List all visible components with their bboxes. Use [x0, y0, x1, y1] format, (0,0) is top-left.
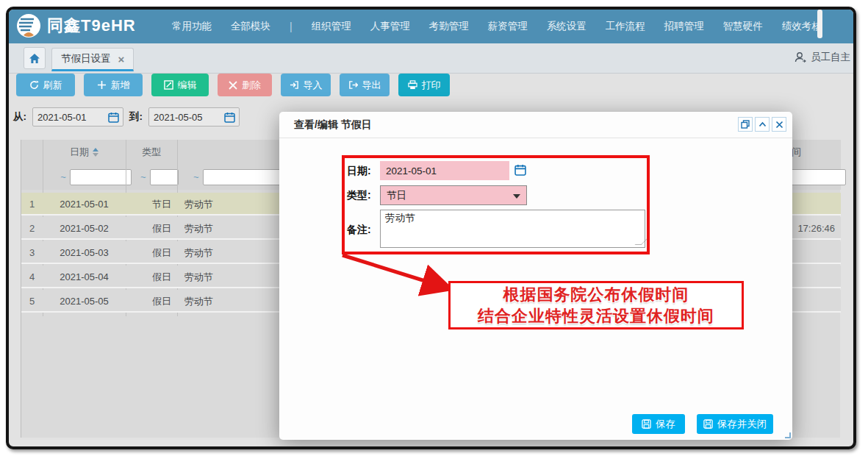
tilde-label: ~ [60, 171, 66, 182]
app-window: 同鑫T9eHR 常用功能 全部模块 | 组织管理 人事管理 考勤管理 薪资管理 … [6, 7, 856, 449]
nav-item-recruit[interactable]: 招聘管理 [664, 20, 704, 33]
cell-date: 2021-05-03 [43, 241, 126, 264]
export-icon [348, 80, 358, 90]
row-number: 1 [21, 193, 43, 215]
from-date-value: 2021-05-01 [37, 112, 87, 123]
edit-icon [164, 80, 173, 90]
column-header-type[interactable]: 类型 [126, 140, 177, 164]
nav-item-org[interactable]: 组织管理 [312, 20, 351, 33]
refresh-label: 刷新 [43, 79, 62, 92]
main-menu: 常用功能 全部模块 | 组织管理 人事管理 考勤管理 薪资管理 系统设置 工作流… [172, 10, 822, 43]
save-icon [703, 419, 713, 429]
export-button[interactable]: 导出 [340, 74, 390, 96]
nav-scrollbar-thumb[interactable] [817, 10, 822, 38]
dialog-controls [738, 117, 786, 132]
column-header-date[interactable]: 日期 [43, 140, 126, 164]
refresh-button[interactable]: 刷新 [16, 74, 75, 96]
dialog-type-select[interactable]: 节日 [380, 185, 527, 205]
dialog-title: 查看/编辑 节假日 [279, 112, 792, 138]
tilde-label: ~ [193, 171, 199, 182]
type-filter-input[interactable] [150, 169, 179, 185]
column-header-type-label: 类型 [142, 146, 161, 159]
filter-cell-type: ~ [140, 164, 189, 190]
import-label: 导入 [304, 79, 323, 92]
annotation-line-2: 结合企业特性灵活设置休假时间 [478, 305, 714, 327]
save-button[interactable]: 保存 [632, 414, 685, 434]
nav-separator: | [290, 21, 293, 32]
nav-item-performance[interactable]: 绩效考核 [782, 20, 822, 33]
brand-logo-icon [16, 13, 41, 38]
add-label: 新增 [111, 79, 130, 92]
toolbar: 刷新 新增 编辑 删除 导入 [16, 74, 450, 96]
user-switch[interactable]: 员工自主 [795, 51, 850, 64]
date-filter-bar: 从: 2021-05-01 到: 2021-05-05 [13, 107, 240, 127]
refresh-icon [29, 80, 39, 90]
nav-item-system[interactable]: 系统设置 [547, 20, 587, 33]
from-date-input[interactable]: 2021-05-01 [32, 107, 123, 127]
import-icon [290, 80, 299, 90]
cell-type: 假日 [126, 217, 177, 240]
chevron-down-icon [513, 194, 520, 199]
cell-date: 2021-05-05 [43, 290, 126, 313]
date-field-label: 日期: [347, 165, 371, 178]
column-header-date-label: 日期 [70, 146, 89, 159]
user-label: 员工自主 [811, 51, 850, 64]
calendar-icon[interactable] [224, 112, 235, 123]
row-number: 4 [21, 266, 43, 288]
date-filter-input[interactable] [70, 169, 132, 185]
dialog-date-input[interactable]: 2021-05-01 [380, 161, 509, 180]
nav-item-common[interactable]: 常用功能 [172, 20, 212, 33]
nav-item-payroll[interactable]: 薪资管理 [488, 20, 528, 33]
to-date-input[interactable]: 2021-05-05 [148, 107, 240, 127]
dialog-resize-handle[interactable] [785, 432, 791, 438]
nav-item-hr[interactable]: 人事管理 [370, 20, 410, 33]
sort-icon[interactable] [93, 148, 98, 157]
note-field-label: 备注: [347, 224, 371, 237]
tab-holiday-settings[interactable]: 节假日设置 × [51, 48, 134, 71]
close-icon[interactable] [772, 117, 786, 132]
home-button[interactable] [24, 47, 46, 69]
brand-name: 同鑫T9eHR [47, 15, 136, 37]
save-label: 保存 [656, 418, 675, 431]
cell-type: 假日 [126, 266, 177, 288]
top-navbar: 同鑫T9eHR 常用功能 全部模块 | 组织管理 人事管理 考勤管理 薪资管理 … [9, 10, 853, 43]
dialog-note-textarea[interactable]: 劳动节 [380, 210, 645, 248]
tab-close-icon[interactable]: × [118, 53, 125, 65]
save-and-close-label: 保存并关闭 [717, 418, 767, 431]
calendar-icon[interactable] [108, 112, 119, 123]
print-icon [408, 80, 417, 90]
row-number: 3 [21, 241, 43, 264]
nav-item-attendance[interactable]: 考勤管理 [429, 20, 469, 33]
edit-button[interactable]: 编辑 [151, 74, 209, 96]
user-icon [795, 51, 807, 63]
print-button[interactable]: 打印 [398, 74, 450, 96]
type-field-label: 类型: [347, 189, 371, 202]
delete-label: 删除 [242, 79, 261, 92]
nav-item-all-modules[interactable]: 全部模块 [231, 20, 270, 33]
nav-item-hardware[interactable]: 智慧硬件 [723, 20, 763, 33]
collapse-icon[interactable] [755, 117, 770, 132]
nav-item-workflow[interactable]: 工作流程 [606, 20, 645, 33]
restore-icon[interactable] [738, 117, 753, 132]
to-date-value: 2021-05-05 [154, 112, 203, 123]
cell-date: 2021-05-01 [43, 193, 126, 215]
import-button[interactable]: 导入 [281, 74, 331, 96]
delete-button[interactable]: 删除 [218, 74, 272, 96]
cell-type: 假日 [126, 290, 177, 313]
brand: 同鑫T9eHR [16, 13, 136, 38]
save-icon [642, 419, 651, 429]
cell-date: 2021-05-02 [43, 217, 126, 240]
tab-label: 节假日设置 [61, 52, 111, 65]
calendar-icon[interactable] [514, 164, 526, 176]
delete-icon [229, 81, 237, 90]
add-button[interactable]: 新增 [84, 74, 143, 96]
from-label: 从: [13, 110, 26, 124]
home-icon [29, 53, 40, 64]
annotation-callout: 根据国务院公布休假时间 结合企业特性灵活设置休假时间 [448, 281, 744, 329]
save-and-close-button[interactable]: 保存并关闭 [697, 414, 773, 434]
cell-date: 2021-05-04 [43, 266, 126, 288]
dialog-type-value: 节日 [387, 189, 406, 202]
edit-holiday-dialog: 查看/编辑 节假日 日期: 2021-05-01 类型: 节日 [279, 112, 792, 440]
print-label: 打印 [422, 79, 441, 92]
column-header-time-partial[interactable]: 间 [792, 140, 821, 164]
